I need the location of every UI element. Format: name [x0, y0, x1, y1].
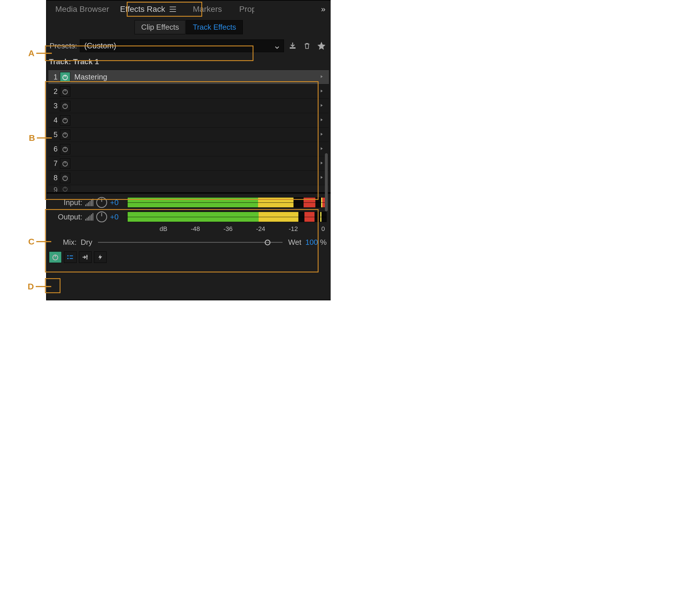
db-tick: -24 — [256, 225, 265, 233]
bottom-toolbar — [47, 248, 331, 266]
tab-effects-rack[interactable]: Effects Rack — [115, 2, 182, 16]
svg-point-23 — [67, 258, 69, 259]
mix-dry-label: Dry — [81, 238, 92, 247]
input-gain-knob[interactable] — [96, 197, 107, 208]
slot-number: 2 — [48, 87, 58, 95]
mix-slider-thumb[interactable] — [265, 240, 270, 245]
presets-value: (Custom) — [84, 41, 116, 50]
input-meter — [127, 197, 327, 208]
output-gain-value[interactable]: +0 — [110, 213, 124, 222]
slot-number: 1 — [48, 73, 58, 81]
prerender-button[interactable] — [94, 252, 107, 263]
input-gain-value[interactable]: +0 — [110, 198, 124, 207]
mix-slider[interactable] — [98, 242, 282, 243]
slot-power-button[interactable] — [60, 173, 70, 183]
slot-number: 8 — [48, 174, 58, 182]
save-preset-button[interactable] — [287, 40, 298, 51]
presets-dropdown[interactable]: (Custom) — [80, 39, 284, 52]
tab-effects-rack-label: Effects Rack — [120, 5, 165, 14]
input-row: Input: +0 — [51, 197, 327, 208]
effects-subtabs: Clip Effects Track Effects — [47, 18, 331, 38]
presets-label: Presets: — [49, 41, 77, 50]
effect-slot[interactable]: 8 — [48, 170, 329, 185]
output-gain-knob[interactable] — [96, 211, 107, 222]
slot-expand-icon[interactable] — [320, 132, 327, 138]
effect-slots-list: 1Mastering2345678 — [48, 70, 329, 185]
bars-icon — [85, 213, 93, 221]
svg-point-21 — [67, 255, 69, 257]
rack-power-button[interactable] — [49, 252, 62, 263]
mix-value[interactable]: 100 — [305, 238, 318, 246]
panel-menu-icon[interactable] — [170, 7, 176, 12]
subtab-track-effects[interactable]: Track Effects — [186, 20, 242, 34]
effect-slot[interactable]: 5 — [48, 127, 329, 142]
callout-a: A — [28, 48, 52, 58]
tab-markers[interactable]: Markers — [187, 1, 228, 17]
apply-to-fader-button[interactable] — [79, 252, 91, 263]
slot-power-button[interactable] — [60, 129, 70, 140]
mix-unit: % — [318, 238, 327, 246]
effect-slot[interactable]: 3 — [48, 99, 329, 113]
db-tick: dB — [159, 225, 167, 233]
chevron-down-icon — [274, 43, 280, 48]
bars-icon — [85, 199, 93, 206]
effect-slot[interactable]: 4 — [48, 113, 329, 127]
db-tick: -36 — [224, 225, 233, 233]
effect-slot[interactable]: 6 — [48, 142, 329, 156]
db-scale-labels: dB-48-36-24-120 — [51, 225, 327, 233]
favorite-button[interactable] — [316, 40, 327, 51]
slot-power-button[interactable] — [60, 144, 70, 154]
panel-tabs: Media Browser Effects Rack Markers Prop … — [47, 1, 331, 18]
slot-expand-icon[interactable] — [320, 75, 327, 80]
effect-slot[interactable]: 2 — [48, 84, 329, 99]
slot-expand-icon[interactable] — [320, 147, 327, 152]
callout-c: C — [28, 237, 51, 246]
slot-number: 3 — [48, 102, 58, 110]
section-divider — [47, 192, 331, 194]
tab-media-browser[interactable]: Media Browser — [49, 1, 115, 17]
output-meter — [127, 212, 327, 222]
slot-effect-name: Mastering — [73, 73, 317, 81]
db-tick: -12 — [289, 225, 298, 233]
presets-row: Presets: (Custom) — [47, 38, 331, 55]
slot-expand-icon[interactable] — [320, 118, 327, 123]
slot-power-button[interactable] — [60, 86, 70, 97]
effect-slot[interactable]: 7 — [48, 156, 329, 170]
svg-rect-26 — [86, 256, 88, 257]
slot-expand-icon[interactable] — [320, 89, 327, 94]
output-row: Output: +0 — [51, 211, 327, 222]
slots-scrollbar[interactable] — [325, 153, 328, 211]
slot-number: 6 — [48, 145, 58, 153]
mix-wet-label: Wet — [288, 238, 302, 247]
tabs-overflow-icon[interactable]: » — [321, 5, 328, 14]
effect-slot-partial: 9 — [48, 185, 329, 192]
mix-label: Mix: — [51, 238, 77, 247]
slot-expand-icon[interactable] — [320, 103, 327, 109]
callout-d: D — [28, 282, 51, 292]
slot-power-button[interactable] — [60, 101, 70, 111]
slot-power-button[interactable] — [60, 158, 70, 169]
tab-properties[interactable]: Prop — [234, 1, 254, 17]
db-tick: 0 — [322, 225, 325, 233]
slot-power-button[interactable] — [60, 72, 70, 82]
delete-preset-button[interactable] — [301, 40, 313, 51]
subtab-clip-effects[interactable]: Clip Effects — [135, 20, 186, 34]
io-section: Input: +0 Output: +0 dB-48-36-24-120 Mix… — [47, 194, 331, 248]
input-label: Input: — [51, 198, 82, 207]
output-label: Output: — [51, 213, 82, 222]
power-icon — [60, 186, 70, 192]
slot-power-button[interactable] — [60, 115, 70, 125]
slot-number: 7 — [48, 159, 58, 167]
mix-row: Mix: Dry Wet 100 % — [51, 236, 327, 247]
list-view-button[interactable] — [64, 252, 77, 263]
slot-number: 4 — [48, 116, 58, 124]
db-tick: -48 — [191, 225, 200, 233]
callout-b: B — [29, 133, 52, 143]
track-name-label: Track: Track 1 — [47, 55, 331, 70]
effect-slot[interactable]: 1Mastering — [48, 70, 329, 84]
svg-rect-0 — [290, 47, 296, 49]
